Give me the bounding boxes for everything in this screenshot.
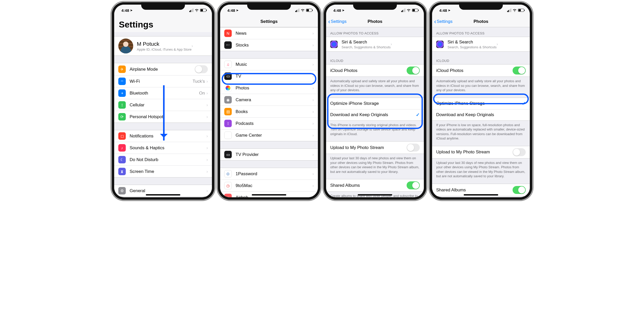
back-button[interactable]: ‹Settings: [328, 18, 346, 25]
download-originals-row[interactable]: Download and Keep Originals ✓: [326, 109, 424, 120]
signal-icon: [295, 8, 300, 12]
shared-albums-toggle[interactable]: [407, 181, 420, 189]
dnd-icon: ☾: [118, 156, 126, 163]
camera-row[interactable]: ◉Camera›: [220, 94, 318, 106]
icloud-photos-toggle[interactable]: [513, 67, 526, 74]
icloud-photos-row[interactable]: iCloud Photos: [432, 64, 530, 77]
home-indicator[interactable]: [146, 194, 180, 195]
wifi-icon: [513, 8, 517, 13]
phone-4: 4:48➤ ‹Settings Photos ALLOW PHOTOS TO A…: [430, 2, 532, 200]
wifi-settings-icon: ⌔: [118, 78, 126, 85]
tv-icon: ▭: [224, 72, 232, 80]
chevron-left-icon: ‹: [434, 18, 436, 25]
1password-row[interactable]: ⊙1Password›: [220, 168, 318, 180]
home-indicator[interactable]: [252, 194, 286, 195]
airplane-toggle[interactable]: [195, 65, 208, 73]
wifi-icon: [407, 8, 411, 13]
shared-footer: Create albums to share with other people…: [432, 196, 530, 197]
books-row[interactable]: ▤Books›: [220, 106, 318, 117]
notch: [141, 2, 185, 10]
chevron-right-icon: ›: [497, 42, 498, 46]
cellular-icon: ⟟: [118, 101, 126, 109]
news-row[interactable]: NNews›: [220, 27, 318, 39]
notch: [247, 2, 291, 10]
icloud-footer: Automatically upload and safely store al…: [432, 77, 530, 94]
chevron-right-icon: ›: [207, 189, 208, 193]
stream-footer: Upload your last 30 days of new photos a…: [326, 154, 424, 175]
bluetooth-icon: ⌖: [118, 89, 126, 97]
apple-id-row[interactable]: M Potuck Apple ID, iCloud, iTunes & App …: [114, 36, 212, 55]
screentime-row[interactable]: ⧗ Screen Time ›: [114, 165, 212, 177]
dnd-row[interactable]: ☾ Do Not Disturb ›: [114, 154, 212, 165]
location-icon: ➤: [130, 9, 132, 12]
section-header-icloud: ICLOUD: [326, 59, 424, 64]
gear-icon: ⚙: [118, 187, 126, 194]
chevron-right-icon: ›: [207, 103, 208, 107]
books-icon: ▤: [224, 108, 232, 115]
shared-albums-row[interactable]: Shared Albums: [326, 179, 424, 191]
stocks-icon: ⬳: [224, 41, 232, 49]
siri-icon: [436, 41, 444, 48]
profile-name: M Potuck: [137, 41, 192, 47]
chevron-right-icon: ›: [312, 86, 314, 90]
page-title: Settings: [114, 16, 212, 32]
9to5mac-row[interactable]: ◷9to5Mac›: [220, 180, 318, 191]
airbnb-icon: ⌂: [224, 194, 232, 197]
notch: [353, 2, 397, 10]
1password-icon: ⊙: [224, 170, 232, 178]
checkmark-icon: ✓: [522, 101, 526, 106]
photos-icon: [224, 84, 232, 92]
notifications-icon: ◻: [118, 132, 126, 140]
siri-search-row[interactable]: Siri & Search Search, Suggestions & Shor…: [432, 37, 530, 51]
chevron-right-icon: ›: [312, 195, 314, 198]
siri-search-row[interactable]: Siri & Search Search, Suggestions & Shor…: [326, 37, 424, 51]
battery-icon: [412, 9, 418, 12]
download-originals-row[interactable]: Download and Keep Originals: [432, 109, 530, 120]
checkmark-icon: ✓: [416, 112, 420, 118]
back-button[interactable]: ‹Settings: [434, 18, 452, 25]
photo-stream-row[interactable]: Upload to My Photo Stream: [432, 146, 530, 158]
photo-stream-toggle[interactable]: [407, 144, 420, 152]
sounds-row[interactable]: ♪ Sounds & Haptics ›: [114, 142, 212, 154]
chevron-right-icon: ›: [207, 157, 208, 162]
photos-row[interactable]: Photos›: [220, 82, 318, 94]
chevron-right-icon: ›: [207, 134, 208, 138]
status-time: 4:48: [121, 8, 129, 13]
wifi-icon: [301, 8, 305, 13]
tvprovider-row[interactable]: ▭TV Provider›: [220, 149, 318, 160]
stocks-row[interactable]: ⬳Stocks›: [220, 39, 318, 51]
chevron-right-icon: ›: [192, 44, 193, 48]
music-icon: ♫: [224, 61, 232, 68]
screen: 4:48 ➤ Settings M Potuck Apple ID, iClou…: [114, 5, 212, 197]
chevron-right-icon: ›: [312, 43, 314, 48]
navbar-title: Photos: [473, 19, 488, 24]
9to5mac-icon: ◷: [224, 182, 232, 189]
profile-sub: Apple ID, iCloud, iTunes & App Store: [137, 48, 192, 51]
tvprovider-icon: ▭: [224, 151, 232, 158]
gamecenter-icon: ●●: [224, 132, 232, 139]
icloud-footer: Automatically upload and safely store al…: [326, 77, 424, 94]
chevron-right-icon: ›: [207, 115, 208, 119]
shared-albums-toggle[interactable]: [513, 186, 526, 194]
home-indicator[interactable]: [464, 194, 498, 195]
chevron-right-icon: ›: [312, 31, 314, 36]
photo-stream-toggle[interactable]: [513, 148, 526, 156]
navbar: ‹Settings Photos: [326, 16, 424, 27]
section-header-allow: ALLOW PHOTOS TO ACCESS: [326, 31, 424, 37]
podcasts-row[interactable]: ⟟Podcasts›: [220, 117, 318, 129]
optimize-storage-row[interactable]: Optimize iPhone Storage ✓: [432, 98, 530, 109]
optimize-storage-row[interactable]: Optimize iPhone Storage: [326, 98, 424, 109]
music-row[interactable]: ♫Music›: [220, 59, 318, 70]
location-icon: ➤: [236, 9, 238, 12]
icloud-photos-toggle[interactable]: [407, 67, 420, 74]
icloud-photos-row[interactable]: iCloud Photos: [326, 64, 424, 77]
gamecenter-row[interactable]: ●●Game Center›: [220, 129, 318, 141]
photo-stream-row[interactable]: Upload to My Photo Stream: [326, 142, 424, 154]
battery-icon: [518, 9, 524, 12]
navbar: ‹Settings Photos: [432, 16, 530, 27]
battery-icon: [200, 9, 206, 12]
airplane-mode-row[interactable]: ✈ Airplane Mode: [114, 63, 212, 75]
home-indicator[interactable]: [358, 194, 392, 195]
navbar-title: Photos: [368, 19, 382, 24]
tv-row[interactable]: ▭TV›: [220, 70, 318, 82]
